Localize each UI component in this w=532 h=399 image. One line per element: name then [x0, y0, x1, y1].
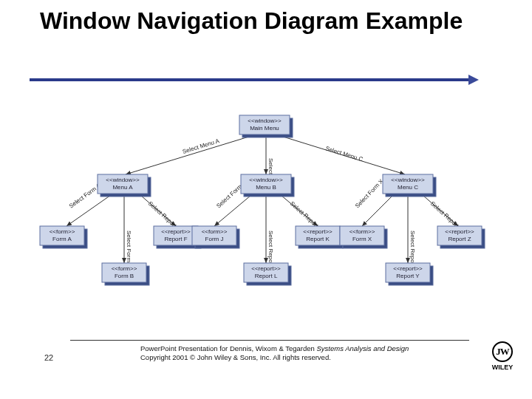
svg-text:<<report>>: <<report>>: [303, 228, 332, 235]
node-report-k: <<report>> Report K: [296, 226, 343, 248]
svg-text:Report Z: Report Z: [448, 236, 471, 242]
footer-book-title: Systems Analysis and Design: [317, 344, 409, 352]
svg-text:<<window>>: <<window>>: [106, 177, 140, 183]
node-menu-a: <<window>> Menu A: [98, 174, 151, 197]
svg-text:<<form>>: <<form>>: [50, 228, 75, 235]
svg-text:<<window>>: <<window>>: [391, 177, 425, 183]
node-menu-c: <<window>> Menu C: [383, 174, 436, 197]
svg-text:<<window>>: <<window>>: [248, 117, 282, 124]
edge-root-menuA: Select Menu A: [182, 137, 221, 155]
edge-root-menuC: Select Menu C: [324, 145, 364, 163]
node-main-menu: <<window>> Main Menu: [239, 115, 293, 137]
svg-text:Menu A: Menu A: [112, 184, 133, 191]
svg-text:<<form>>: <<form>>: [112, 265, 137, 272]
node-form-a: <<form>> Form A: [40, 226, 87, 248]
svg-text:<<window>>: <<window>>: [249, 177, 283, 183]
footer-rule: [70, 340, 469, 341]
svg-text:Report F: Report F: [164, 236, 187, 242]
publisher-name: WILEY: [488, 364, 517, 371]
svg-text:Form B: Form B: [115, 273, 134, 279]
node-report-l: <<report>> Report L: [244, 263, 291, 285]
footer-copyright: Copyright 2001 © John Wiley & Sons, Inc.…: [140, 353, 331, 361]
navigation-diagram: Select Menu A Select Menu B Select Menu …: [30, 111, 502, 303]
edge-menuC-formX: Select Form X: [354, 177, 385, 209]
slide-title: Window Navigation Diagram Example: [40, 7, 463, 35]
node-report-y: <<report>> Report Y: [386, 263, 433, 285]
svg-line-0: [126, 136, 251, 174]
footer-text: PowerPoint Presentation for Dennis, Wixo…: [140, 344, 466, 362]
svg-text:<<form>>: <<form>>: [202, 228, 228, 235]
wiley-mark-icon: JW: [492, 341, 513, 362]
svg-text:<<report>>: <<report>>: [161, 228, 191, 235]
svg-text:Form A: Form A: [52, 236, 72, 242]
svg-text:<<report>>: <<report>>: [251, 265, 281, 272]
svg-text:Menu C: Menu C: [398, 184, 418, 191]
svg-text:<<report>>: <<report>>: [445, 228, 474, 235]
svg-text:Menu B: Menu B: [256, 184, 276, 191]
svg-text:Report Y: Report Y: [396, 273, 420, 279]
svg-text:<<report>>: <<report>>: [393, 265, 423, 272]
page-number: 22: [44, 353, 53, 362]
svg-text:Main Menu: Main Menu: [250, 125, 279, 132]
svg-text:Form X: Form X: [352, 236, 372, 242]
node-menu-b: <<window>> Menu B: [241, 174, 294, 197]
svg-text:<<form>>: <<form>>: [349, 228, 375, 235]
node-report-z: <<report>> Report Z: [437, 226, 485, 248]
title-underline-cap: [468, 75, 479, 85]
svg-text:Form J: Form J: [205, 236, 224, 242]
node-form-x: <<form>> Form X: [340, 226, 387, 248]
edge-menuA-formB: Select Form B: [126, 231, 132, 268]
footer-line1-prefix: PowerPoint Presentation for Dennis, Wixo…: [140, 344, 317, 352]
node-form-b: <<form>> Form B: [102, 263, 149, 285]
title-underline: [30, 78, 473, 81]
node-form-j: <<form>> Form J: [192, 226, 239, 248]
svg-text:Report K: Report K: [306, 236, 330, 242]
svg-text:Report L: Report L: [255, 273, 278, 279]
edge-menuA-formA: Select Form A: [68, 182, 102, 209]
publisher-logo: JW WILEY: [488, 341, 517, 375]
